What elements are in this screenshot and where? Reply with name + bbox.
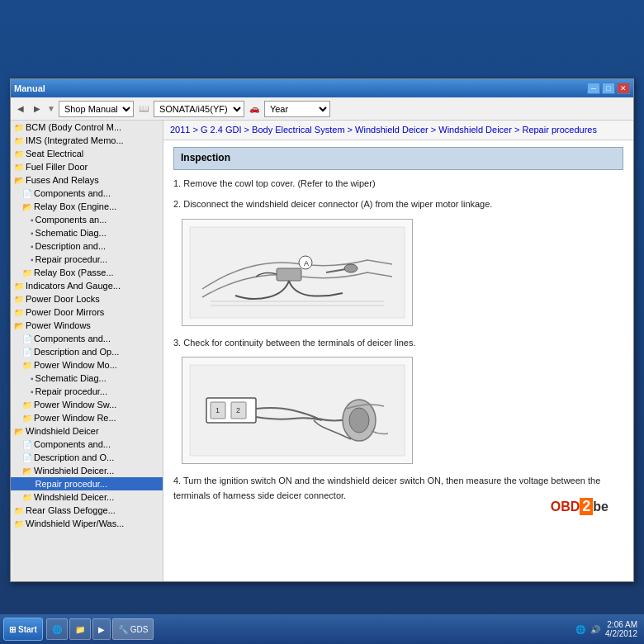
sidebar-item-relay-comp[interactable]: ▪ Components an... bbox=[11, 213, 163, 226]
taskbar-media-icon[interactable]: ▶ bbox=[92, 618, 111, 640]
sub-doc-icon: ▪ bbox=[31, 242, 34, 251]
sidebar-item-wd-sub2[interactable]: 📁 Windshield Deicer... bbox=[11, 490, 163, 504]
media-icon: ▶ bbox=[98, 625, 105, 634]
start-button[interactable]: ⊞ Start bbox=[3, 618, 43, 641]
car-icon: 🚗 bbox=[248, 102, 261, 116]
sidebar-item-label: Components an... bbox=[36, 215, 107, 225]
sidebar-item-label: Rear Glass Defogge... bbox=[26, 505, 116, 515]
window-title: Manual bbox=[14, 83, 45, 93]
folder-icon: 📁 bbox=[22, 414, 32, 423]
close-button[interactable]: ✕ bbox=[617, 83, 630, 94]
folder-icon: 📁 bbox=[14, 506, 24, 515]
sidebar-item-wd-comp[interactable]: 📄 Components and... bbox=[11, 438, 163, 451]
sidebar-item-label: Windshield Deicer... bbox=[34, 492, 114, 502]
taskbar: ⊞ Start 🌐 📁 ▶ 🔧 GDS 🌐 🔊 2:06 AM bbox=[0, 614, 644, 644]
taskbar-ie-icon[interactable]: 🌐 bbox=[46, 618, 68, 640]
sidebar-item-doorlocks[interactable]: 📁 Power Door Locks bbox=[11, 292, 163, 305]
sidebar-item-pw-comp[interactable]: 📄 Components and... bbox=[11, 332, 163, 345]
doc-icon: 📄 bbox=[22, 189, 32, 198]
sub-doc-icon: ▪ bbox=[31, 387, 34, 396]
sidebar[interactable]: 📁 BCM (Body Control M... 📁 IMS (Integrat… bbox=[11, 121, 163, 581]
folder-icon: 📂 bbox=[14, 321, 24, 330]
model-select[interactable]: SONATA/i45(YF) bbox=[154, 101, 244, 117]
sidebar-item-wd[interactable]: 📂 Windshield Deicer bbox=[11, 424, 163, 438]
sidebar-item-label: Description and... bbox=[36, 241, 107, 251]
sidebar-item-label: Components and... bbox=[34, 188, 111, 198]
maximize-button[interactable]: □ bbox=[602, 83, 615, 94]
sidebar-item-label: Windshield Deicer... bbox=[34, 466, 114, 476]
sidebar-item-pw-motor[interactable]: 📁 Power Window Mo... bbox=[11, 358, 163, 372]
doc-icon: 📄 bbox=[22, 453, 32, 462]
sidebar-item-ims[interactable]: 📁 IMS (Integrated Memo... bbox=[11, 134, 163, 147]
sidebar-item-pw-repair[interactable]: ▪ Repair procedur... bbox=[11, 385, 163, 398]
sidebar-item-indicators[interactable]: 📁 Indicators And Gauge... bbox=[11, 279, 163, 292]
folder-icon: 📁 bbox=[14, 282, 24, 291]
nav-forward-icon[interactable]: ▶ bbox=[31, 102, 44, 116]
nav-back-icon[interactable]: ◀ bbox=[14, 102, 27, 116]
svg-text:2: 2 bbox=[236, 406, 240, 414]
breadcrumb: 2011 > G 2.4 GDI > Body Electrical Syste… bbox=[163, 121, 633, 140]
sidebar-item-fuses-comp[interactable]: 📄 Components and... bbox=[11, 187, 163, 200]
network-icon: 🌐 bbox=[575, 625, 585, 634]
sidebar-item-wd-repair[interactable]: ▪ Repair procedur... bbox=[11, 477, 163, 490]
sidebar-item-fuel[interactable]: 📁 Fuel Filler Door bbox=[11, 160, 163, 173]
taskbar-apps: 🌐 📁 ▶ 🔧 GDS bbox=[46, 618, 572, 640]
sound-icon: 🔊 bbox=[590, 625, 600, 634]
sidebar-item-pw-relay[interactable]: 📁 Power Window Re... bbox=[11, 411, 163, 424]
year-select[interactable]: Year bbox=[264, 101, 330, 117]
folder-icon: 📁 bbox=[14, 136, 24, 145]
diagram-1: A bbox=[182, 219, 413, 326]
sidebar-item-bcm[interactable]: 📁 BCM (Body Control M... bbox=[11, 121, 163, 134]
obd-text: OBD bbox=[551, 500, 580, 514]
sidebar-item-label: Relay Box (Passe... bbox=[34, 268, 114, 277]
svg-text:A: A bbox=[304, 259, 309, 268]
sidebar-item-wiper[interactable]: 📁 Windshield Wiper/Was... bbox=[11, 517, 163, 530]
sidebar-item-wd-sub[interactable]: 📂 Windshield Deicer... bbox=[11, 464, 163, 477]
sidebar-item-relay-engine[interactable]: 📂 Relay Box (Engine... bbox=[11, 200, 163, 213]
sidebar-item-relay-desc[interactable]: ▪ Description and... bbox=[11, 239, 163, 253]
diagram-1-svg: A bbox=[186, 223, 409, 322]
folder-icon: 📂 bbox=[14, 176, 24, 185]
sidebar-item-rear-defog[interactable]: 📁 Rear Glass Defogge... bbox=[11, 504, 163, 517]
sidebar-item-label: Power Window Sw... bbox=[34, 400, 116, 410]
sub-doc-icon: ▪ bbox=[31, 374, 34, 383]
folder-icon: 📁 bbox=[22, 268, 32, 277]
sidebar-item-label: Relay Box (Engine... bbox=[34, 201, 116, 211]
dropdown-arrow-1: ▼ bbox=[47, 104, 55, 113]
sidebar-item-wd-desc[interactable]: 📄 Description and O... bbox=[11, 451, 163, 464]
doc-icon: 📄 bbox=[22, 334, 32, 343]
title-bar-controls: ─ □ ✕ bbox=[587, 83, 630, 94]
sidebar-item-relay-repair[interactable]: ▪ Repair procedur... bbox=[11, 253, 163, 266]
sidebar-item-doormirrors[interactable]: 📁 Power Door Mirrors bbox=[11, 305, 163, 319]
sidebar-item-label: Power Windows bbox=[26, 320, 91, 330]
sidebar-item-pw-switch[interactable]: 📁 Power Window Sw... bbox=[11, 398, 163, 411]
manual-content: Inspection 1. Remove the cowl top cover.… bbox=[163, 140, 633, 516]
sidebar-item-relay-schematic[interactable]: ▪ Schematic Diag... bbox=[11, 226, 163, 239]
sidebar-item-fuses[interactable]: 📂 Fuses And Relays bbox=[11, 173, 163, 187]
desktop: Manual ─ □ ✕ ◀ ▶ ▼ Shop Manual 📖 SONATA/… bbox=[0, 0, 644, 644]
sub-doc-icon: ▪ bbox=[31, 480, 34, 489]
obd-be-text: be bbox=[593, 500, 608, 514]
sidebar-item-seat[interactable]: 📁 Seat Electrical bbox=[11, 147, 163, 160]
sidebar-item-label: Components and... bbox=[34, 334, 111, 343]
windows-icon: ⊞ bbox=[9, 625, 16, 634]
sidebar-item-label: Power Window Mo... bbox=[34, 360, 117, 370]
app-label: GDS bbox=[130, 625, 149, 634]
step-2: 2. Disconnect the windshield deicer conn… bbox=[173, 197, 623, 212]
sidebar-item-pw-desc[interactable]: 📄 Description and Op... bbox=[11, 345, 163, 358]
sidebar-item-relay-passe[interactable]: 📁 Relay Box (Passe... bbox=[11, 266, 163, 279]
sidebar-item-label: Windshield Deicer bbox=[26, 426, 99, 436]
sidebar-item-pw[interactable]: 📂 Power Windows bbox=[11, 319, 163, 332]
ie-icon: 🌐 bbox=[52, 625, 62, 634]
svg-point-15 bbox=[349, 408, 369, 433]
shop-manual-select[interactable]: Shop Manual bbox=[59, 101, 134, 117]
taskbar-explorer-icon[interactable]: 📁 bbox=[69, 618, 91, 640]
doc-icon: 📄 bbox=[22, 440, 32, 449]
doc-icon: 📄 bbox=[22, 348, 32, 357]
sidebar-item-label: Power Door Locks bbox=[26, 294, 100, 304]
sidebar-item-pw-schematic[interactable]: ▪ Schematic Diag... bbox=[11, 372, 163, 385]
title-bar: Manual ─ □ ✕ bbox=[11, 79, 633, 97]
minimize-button[interactable]: ─ bbox=[587, 83, 600, 94]
taskbar-gds-app[interactable]: 🔧 GDS bbox=[112, 618, 154, 640]
step-1: 1. Remove the cowl top cover. (Refer to … bbox=[173, 177, 623, 192]
